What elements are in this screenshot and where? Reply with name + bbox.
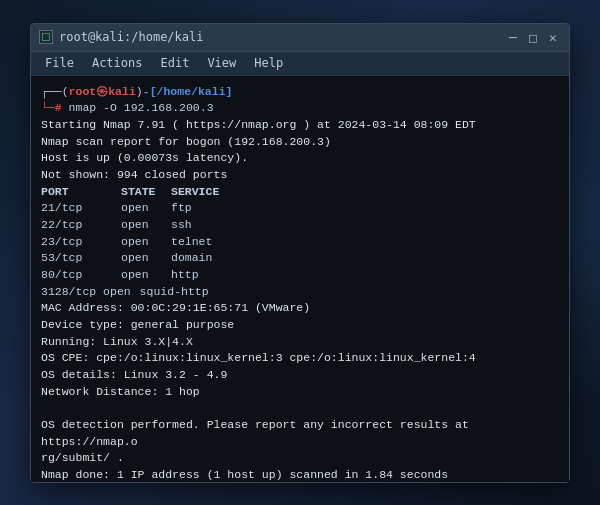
menu-actions[interactable]: Actions	[84, 54, 151, 72]
menu-file[interactable]: File	[37, 54, 82, 72]
os-details-line: OS details: Linux 3.2 - 4.9	[41, 367, 559, 384]
title-bar: root@kali:/home/kali ─ □ ✕	[31, 24, 569, 52]
title-bar-controls: ─ □ ✕	[505, 31, 561, 44]
port-row-21: 21/tcp open ftp	[41, 200, 559, 217]
window-title: root@kali:/home/kali	[59, 30, 204, 44]
menu-edit[interactable]: Edit	[152, 54, 197, 72]
maximize-button[interactable]: □	[525, 31, 541, 44]
mac-address-line: MAC Address: 00:0C:29:1E:65:71 (VMware)	[41, 300, 559, 317]
blank-line	[41, 400, 559, 417]
minimize-button[interactable]: ─	[505, 31, 521, 44]
desktop: root@kali:/home/kali ─ □ ✕ File Actions …	[0, 0, 600, 505]
port-row-22: 22/tcp open ssh	[41, 217, 559, 234]
running-line: Running: Linux 3.X|4.X	[41, 334, 559, 351]
prompt-line-1: ┌──(root㉿kali)-[/home/kali]	[41, 84, 559, 101]
output-line-3: Host is up (0.00073s latency).	[41, 150, 559, 167]
command-line-1: └─# nmap -O 192.168.200.3	[41, 100, 559, 117]
port-header: PORT STATE SERVICE	[41, 184, 559, 201]
device-type-line: Device type: general purpose	[41, 317, 559, 334]
port-row-23: 23/tcp open telnet	[41, 234, 559, 251]
terminal-icon	[39, 30, 53, 44]
output-line-4: Not shown: 994 closed ports	[41, 167, 559, 184]
output-line-1: Starting Nmap 7.91 ( https://nmap.org ) …	[41, 117, 559, 134]
terminal-window: root@kali:/home/kali ─ □ ✕ File Actions …	[30, 23, 570, 483]
port-row-3128: 3128/tcp open squid-http	[41, 284, 559, 301]
menu-bar: File Actions Edit View Help	[31, 52, 569, 76]
menu-help[interactable]: Help	[246, 54, 291, 72]
title-bar-left: root@kali:/home/kali	[39, 30, 204, 44]
close-button[interactable]: ✕	[545, 31, 561, 44]
menu-view[interactable]: View	[199, 54, 244, 72]
os-cpe-line: OS CPE: cpe:/o:linux:linux_kernel:3 cpe:…	[41, 350, 559, 367]
os-detection-line2: rg/submit/ .	[41, 450, 559, 467]
nmap-done-line: Nmap done: 1 IP address (1 host up) scan…	[41, 467, 559, 482]
os-detection-line1: OS detection performed. Please report an…	[41, 417, 559, 450]
port-row-53: 53/tcp open domain	[41, 250, 559, 267]
port-row-80: 80/tcp open http	[41, 267, 559, 284]
output-line-2: Nmap scan report for bogon (192.168.200.…	[41, 134, 559, 151]
network-distance-line: Network Distance: 1 hop	[41, 384, 559, 401]
terminal-body[interactable]: ┌──(root㉿kali)-[/home/kali] └─# nmap -O …	[31, 76, 569, 482]
